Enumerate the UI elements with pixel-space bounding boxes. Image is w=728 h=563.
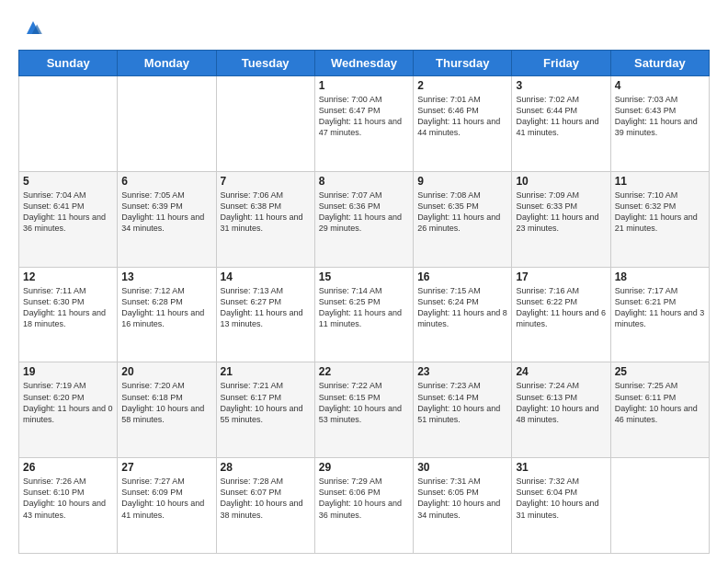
day-info: Sunrise: 7:24 AM Sunset: 6:13 PM Dayligh… [516,380,606,425]
day-info: Sunrise: 7:22 AM Sunset: 6:15 PM Dayligh… [319,380,409,425]
day-number: 22 [319,365,409,378]
calendar-cell: 31Sunrise: 7:32 AM Sunset: 6:04 PM Dayli… [512,458,610,554]
calendar-cell: 7Sunrise: 7:06 AM Sunset: 6:38 PM Daylig… [216,171,314,267]
calendar-cell: 10Sunrise: 7:09 AM Sunset: 6:33 PM Dayli… [512,171,610,267]
calendar-cell: 19Sunrise: 7:19 AM Sunset: 6:20 PM Dayli… [19,362,118,458]
day-info: Sunrise: 7:21 AM Sunset: 6:17 PM Dayligh… [221,380,311,425]
day-number: 13 [121,270,211,283]
calendar-cell: 1Sunrise: 7:00 AM Sunset: 6:47 PM Daylig… [314,76,413,172]
header [18,15,710,40]
day-info: Sunrise: 7:07 AM Sunset: 6:36 PM Dayligh… [319,190,409,235]
day-number: 14 [221,270,311,283]
calendar-header: SundayMondayTuesdayWednesdayThursdayFrid… [19,51,710,76]
day-number: 23 [417,365,507,378]
day-info: Sunrise: 7:12 AM Sunset: 6:28 PM Dayligh… [121,285,211,330]
day-info: Sunrise: 7:03 AM Sunset: 6:43 PM Dayligh… [615,94,705,139]
calendar-cell: 14Sunrise: 7:13 AM Sunset: 6:27 PM Dayli… [216,267,314,362]
day-info: Sunrise: 7:06 AM Sunset: 6:38 PM Dayligh… [221,190,311,235]
calendar-cell: 4Sunrise: 7:03 AM Sunset: 6:43 PM Daylig… [610,76,709,172]
day-number: 5 [23,175,113,188]
day-number: 26 [23,461,113,474]
calendar-cell: 22Sunrise: 7:22 AM Sunset: 6:15 PM Dayli… [314,362,413,458]
week-row-3: 12Sunrise: 7:11 AM Sunset: 6:30 PM Dayli… [19,267,710,362]
calendar-cell: 20Sunrise: 7:20 AM Sunset: 6:18 PM Dayli… [118,362,216,458]
logo [18,15,46,40]
calendar-cell: 18Sunrise: 7:17 AM Sunset: 6:21 PM Dayli… [610,267,709,362]
day-info: Sunrise: 7:16 AM Sunset: 6:22 PM Dayligh… [516,285,606,330]
calendar-cell: 5Sunrise: 7:04 AM Sunset: 6:41 PM Daylig… [19,171,118,267]
calendar-cell: 11Sunrise: 7:10 AM Sunset: 6:32 PM Dayli… [610,171,709,267]
day-number: 24 [516,365,606,378]
calendar-cell [610,458,709,554]
calendar-cell: 25Sunrise: 7:25 AM Sunset: 6:11 PM Dayli… [610,362,709,458]
day-number: 2 [417,79,507,92]
day-info: Sunrise: 7:08 AM Sunset: 6:35 PM Dayligh… [417,190,507,235]
day-number: 30 [417,461,507,474]
calendar-cell: 12Sunrise: 7:11 AM Sunset: 6:30 PM Dayli… [19,267,118,362]
day-info: Sunrise: 7:11 AM Sunset: 6:30 PM Dayligh… [23,285,113,330]
calendar-cell: 30Sunrise: 7:31 AM Sunset: 6:05 PM Dayli… [414,458,512,554]
day-info: Sunrise: 7:25 AM Sunset: 6:11 PM Dayligh… [615,380,705,425]
day-info: Sunrise: 7:09 AM Sunset: 6:33 PM Dayligh… [516,190,606,235]
day-info: Sunrise: 7:17 AM Sunset: 6:21 PM Dayligh… [615,285,705,330]
day-info: Sunrise: 7:20 AM Sunset: 6:18 PM Dayligh… [121,380,211,425]
calendar-cell: 8Sunrise: 7:07 AM Sunset: 6:36 PM Daylig… [314,171,413,267]
day-number: 12 [23,270,113,283]
calendar-cell: 3Sunrise: 7:02 AM Sunset: 6:44 PM Daylig… [512,76,610,172]
day-header-friday: Friday [512,51,610,76]
day-info: Sunrise: 7:27 AM Sunset: 6:09 PM Dayligh… [121,476,211,521]
day-info: Sunrise: 7:05 AM Sunset: 6:39 PM Dayligh… [121,190,211,235]
week-row-5: 26Sunrise: 7:26 AM Sunset: 6:10 PM Dayli… [19,458,710,554]
day-info: Sunrise: 7:01 AM Sunset: 6:46 PM Dayligh… [417,94,507,139]
calendar-cell: 9Sunrise: 7:08 AM Sunset: 6:35 PM Daylig… [414,171,512,267]
day-number: 10 [516,175,606,188]
day-info: Sunrise: 7:00 AM Sunset: 6:47 PM Dayligh… [319,94,409,139]
day-header-sunday: Sunday [19,51,118,76]
day-header-wednesday: Wednesday [314,51,413,76]
day-number: 20 [121,365,211,378]
day-number: 16 [417,270,507,283]
day-number: 29 [319,461,409,474]
day-header-tuesday: Tuesday [216,51,314,76]
calendar-cell: 28Sunrise: 7:28 AM Sunset: 6:07 PM Dayli… [216,458,314,554]
day-info: Sunrise: 7:13 AM Sunset: 6:27 PM Dayligh… [221,285,311,330]
calendar-cell: 17Sunrise: 7:16 AM Sunset: 6:22 PM Dayli… [512,267,610,362]
day-number: 19 [23,365,113,378]
calendar-cell: 2Sunrise: 7:01 AM Sunset: 6:46 PM Daylig… [414,76,512,172]
day-info: Sunrise: 7:02 AM Sunset: 6:44 PM Dayligh… [516,94,606,139]
day-number: 3 [516,79,606,92]
day-info: Sunrise: 7:31 AM Sunset: 6:05 PM Dayligh… [417,476,507,521]
day-number: 11 [615,175,705,188]
calendar-cell: 24Sunrise: 7:24 AM Sunset: 6:13 PM Dayli… [512,362,610,458]
day-number: 15 [319,270,409,283]
day-header-saturday: Saturday [610,51,709,76]
header-row: SundayMondayTuesdayWednesdayThursdayFrid… [19,51,710,76]
day-number: 18 [615,270,705,283]
day-number: 25 [615,365,705,378]
day-number: 31 [516,461,606,474]
day-number: 27 [121,461,211,474]
day-info: Sunrise: 7:19 AM Sunset: 6:20 PM Dayligh… [23,380,113,425]
calendar-cell [118,76,216,172]
day-number: 1 [319,79,409,92]
day-number: 28 [221,461,311,474]
day-header-thursday: Thursday [414,51,512,76]
calendar-cell: 15Sunrise: 7:14 AM Sunset: 6:25 PM Dayli… [314,267,413,362]
day-info: Sunrise: 7:14 AM Sunset: 6:25 PM Dayligh… [319,285,409,330]
day-info: Sunrise: 7:28 AM Sunset: 6:07 PM Dayligh… [221,476,311,521]
day-info: Sunrise: 7:23 AM Sunset: 6:14 PM Dayligh… [417,380,507,425]
day-header-monday: Monday [118,51,216,76]
week-row-1: 1Sunrise: 7:00 AM Sunset: 6:47 PM Daylig… [19,76,710,172]
day-info: Sunrise: 7:15 AM Sunset: 6:24 PM Dayligh… [417,285,507,330]
day-number: 17 [516,270,606,283]
logo-text [18,15,46,40]
logo-icon [20,15,46,40]
calendar-body: 1Sunrise: 7:00 AM Sunset: 6:47 PM Daylig… [19,76,710,554]
day-info: Sunrise: 7:29 AM Sunset: 6:06 PM Dayligh… [319,476,409,521]
calendar-cell: 13Sunrise: 7:12 AM Sunset: 6:28 PM Dayli… [118,267,216,362]
calendar-cell [216,76,314,172]
day-info: Sunrise: 7:32 AM Sunset: 6:04 PM Dayligh… [516,476,606,521]
calendar-cell: 29Sunrise: 7:29 AM Sunset: 6:06 PM Dayli… [314,458,413,554]
calendar-cell: 16Sunrise: 7:15 AM Sunset: 6:24 PM Dayli… [414,267,512,362]
week-row-4: 19Sunrise: 7:19 AM Sunset: 6:20 PM Dayli… [19,362,710,458]
